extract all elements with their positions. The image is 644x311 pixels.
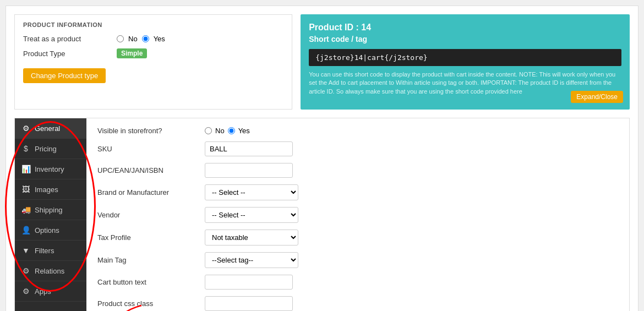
annotation-arrow	[97, 300, 152, 311]
upc-label: UPC/EAN/JAN/ISBN	[97, 166, 199, 174]
sidebar-item-images[interactable]: 🖼 Images	[15, 179, 86, 200]
change-product-type-button[interactable]: Change Product type	[23, 68, 106, 83]
shipping-icon: 🚚	[21, 205, 30, 214]
product-id-value: 14	[361, 23, 371, 32]
sidebar-label-general: General	[35, 124, 60, 133]
sidebar-label-options: Options	[35, 226, 59, 234]
sidebar-item-inventory[interactable]: 📊 Inventory	[15, 159, 86, 179]
upc-input[interactable]	[205, 163, 293, 178]
brand-select[interactable]: -- Select -- Option 1 Option 2	[205, 184, 298, 200]
sidebar-label-images: Images	[35, 185, 58, 194]
visible-no-label: No	[215, 127, 225, 135]
general-icon: ⚙	[21, 124, 30, 133]
treat-no-radio[interactable]	[117, 35, 124, 42]
sidebar-label-pricing: Pricing	[35, 145, 57, 153]
product-css-input[interactable]	[205, 296, 293, 311]
treat-yes-radio[interactable]	[142, 35, 149, 42]
visible-yes-radio[interactable]	[228, 127, 235, 134]
sidebar-label-shipping: Shipping	[35, 206, 63, 214]
sku-label: SKU	[97, 145, 199, 153]
visible-no-radio[interactable]	[205, 127, 212, 134]
product-type-label: Product Type	[23, 50, 111, 58]
tax-label: Tax Profile	[97, 233, 199, 242]
shortcode-code: {j2store}14|cart{/j2store}	[309, 49, 621, 66]
treat-no-label: No	[128, 35, 138, 43]
images-icon: 🖼	[21, 185, 30, 194]
treat-label: Treat as a product	[23, 35, 111, 43]
visible-yes-label: Yes	[238, 127, 250, 135]
shortcode-subtitle: Short code / tag	[309, 35, 621, 43]
sidebar-item-options[interactable]: 👤 Options	[15, 220, 86, 241]
product-id-label: Product ID :	[309, 23, 359, 32]
sku-input[interactable]	[205, 141, 293, 156]
tax-select[interactable]: Not taxable Standard Reduced	[205, 230, 298, 245]
cart-btn-input[interactable]	[205, 275, 293, 290]
visible-label: Visible in storefront?	[97, 127, 199, 135]
sidebar-item-apps[interactable]: ⚙ Apps	[15, 281, 86, 302]
inventory-icon: 📊	[21, 165, 30, 173]
treat-yes-label: Yes	[154, 35, 165, 43]
vendor-label: Vendor	[97, 211, 199, 219]
apps-icon: ⚙	[21, 287, 30, 296]
main-tag-label: Main Tag	[97, 256, 199, 264]
options-icon: 👤	[21, 226, 30, 234]
expand-close-button[interactable]: Expand/Close	[571, 91, 623, 103]
sidebar-item-shipping[interactable]: 🚚 Shipping	[15, 200, 86, 220]
sidebar-label-inventory: Inventory	[35, 165, 64, 173]
relations-icon: ⚙	[21, 266, 30, 275]
product-info-title: PRODUCT INFORMATION	[23, 21, 283, 28]
sidebar-label-filters: Filters	[35, 247, 54, 255]
main-tag-select[interactable]: --Select tag-- Tag 1 Tag 2	[205, 252, 298, 268]
product-type-badge: Simple	[117, 48, 147, 58]
sidebar-label-apps: Apps	[35, 287, 51, 296]
brand-label: Brand or Manufacturer	[97, 188, 199, 197]
cart-btn-label: Cart button text	[97, 278, 199, 286]
sidebar-item-general[interactable]: ⚙ General	[15, 118, 86, 139]
vendor-select[interactable]: -- Select -- Option 1	[205, 207, 298, 223]
sidebar-item-pricing[interactable]: $ Pricing	[15, 139, 86, 159]
pricing-icon: $	[21, 144, 30, 153]
filters-icon: ▼	[21, 246, 30, 255]
sidebar-label-relations: Relations	[35, 267, 64, 275]
sidebar-item-filters[interactable]: ▼ Filters	[15, 241, 86, 261]
sidebar-item-relations[interactable]: ⚙ Relations	[15, 261, 86, 281]
